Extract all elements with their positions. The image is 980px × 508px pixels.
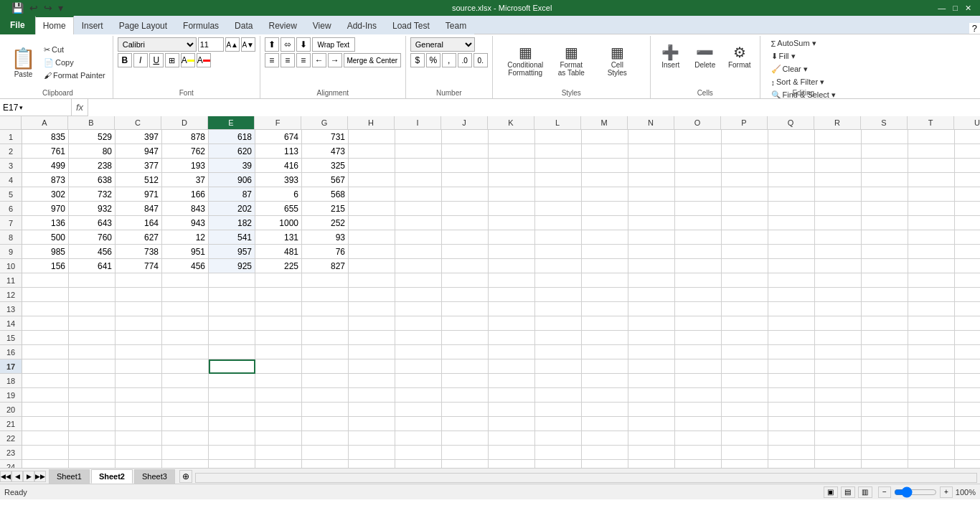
cell-D21[interactable] (162, 417, 209, 431)
cell-R15[interactable] (815, 331, 862, 345)
cell-K11[interactable] (489, 273, 535, 288)
cell-M20[interactable] (582, 403, 628, 417)
row-num-14[interactable]: 14 (0, 316, 22, 331)
tab-addins[interactable]: Add-Ins (339, 16, 385, 34)
cell-F6[interactable]: 655 (255, 202, 302, 216)
cell-L13[interactable] (535, 302, 582, 316)
dec-inc-button[interactable]: .0 (458, 53, 472, 67)
cell-Q4[interactable] (768, 173, 815, 187)
cell-T24[interactable] (908, 460, 955, 468)
format-painter-button[interactable]: 🖌 Format Painter (41, 70, 108, 81)
tab-review[interactable]: Review (260, 16, 304, 34)
cell-U14[interactable] (955, 316, 980, 331)
cell-Q19[interactable] (768, 388, 815, 403)
cell-R24[interactable] (815, 460, 862, 468)
cell-G16[interactable] (302, 345, 349, 359)
cell-H22[interactable] (349, 431, 395, 446)
cell-U8[interactable] (955, 230, 980, 245)
cell-B15[interactable] (69, 331, 116, 345)
cell-M12[interactable] (582, 288, 628, 302)
cell-F4[interactable]: 393 (255, 173, 302, 187)
cell-O7[interactable] (675, 216, 722, 230)
cell-O2[interactable] (675, 144, 722, 159)
cell-C14[interactable] (116, 316, 162, 331)
col-header-h[interactable]: H (348, 116, 395, 129)
cell-S17[interactable] (862, 359, 908, 374)
cell-S3[interactable] (862, 159, 908, 173)
cell-G19[interactable] (302, 388, 349, 403)
cell-E10[interactable]: 925 (209, 259, 255, 273)
cell-R7[interactable] (815, 216, 862, 230)
cell-R9[interactable] (815, 245, 862, 259)
cell-D11[interactable] (162, 273, 209, 288)
cell-O8[interactable] (675, 230, 722, 245)
cell-T6[interactable] (908, 202, 955, 216)
cell-J24[interactable] (442, 460, 489, 468)
cell-D5[interactable]: 166 (162, 187, 209, 202)
cell-P6[interactable] (722, 202, 768, 216)
cell-J22[interactable] (442, 431, 489, 446)
cell-M21[interactable] (582, 417, 628, 431)
cell-I16[interactable] (395, 345, 442, 359)
cell-J8[interactable] (442, 230, 489, 245)
copy-button[interactable]: 📄 Copy (41, 57, 108, 69)
cell-G14[interactable] (302, 316, 349, 331)
cell-H9[interactable] (349, 245, 395, 259)
cell-H21[interactable] (349, 417, 395, 431)
sort-filter-button[interactable]: ↕ Sort & Filter ▾ (768, 76, 828, 88)
cell-N14[interactable] (628, 316, 675, 331)
fill-button[interactable]: ⬇ Fill ▾ (768, 50, 798, 62)
cell-R1[interactable] (815, 130, 862, 144)
cell-Q6[interactable] (768, 202, 815, 216)
cell-O1[interactable] (675, 130, 722, 144)
cell-Q17[interactable] (768, 359, 815, 374)
cell-E5[interactable]: 87 (209, 187, 255, 202)
cell-E8[interactable]: 541 (209, 230, 255, 245)
cell-N24[interactable] (628, 460, 675, 468)
cell-S1[interactable] (862, 130, 908, 144)
cell-D23[interactable] (162, 446, 209, 460)
cell-A11[interactable] (22, 273, 69, 288)
cell-D8[interactable]: 12 (162, 230, 209, 245)
sheet-last-button[interactable]: ▶▶ (34, 471, 46, 482)
cell-O13[interactable] (675, 302, 722, 316)
cell-H4[interactable] (349, 173, 395, 187)
cell-E11[interactable] (209, 273, 255, 288)
cell-B16[interactable] (69, 345, 116, 359)
cell-I22[interactable] (395, 431, 442, 446)
cell-E3[interactable]: 39 (209, 159, 255, 173)
cell-R4[interactable] (815, 173, 862, 187)
cell-D22[interactable] (162, 431, 209, 446)
ribbon-help-button[interactable]: ? (972, 23, 977, 34)
row-num-22[interactable]: 22 (0, 431, 22, 446)
row-num-21[interactable]: 21 (0, 417, 22, 431)
cut-button[interactable]: ✂ Cut (41, 44, 108, 56)
cell-S10[interactable] (862, 259, 908, 273)
cell-U12[interactable] (955, 288, 980, 302)
cell-K13[interactable] (489, 302, 535, 316)
cell-N16[interactable] (628, 345, 675, 359)
cell-S22[interactable] (862, 431, 908, 446)
cell-B3[interactable]: 238 (69, 159, 116, 173)
cell-L15[interactable] (535, 331, 582, 345)
cell-D20[interactable] (162, 403, 209, 417)
cell-Q16[interactable] (768, 345, 815, 359)
bold-button[interactable]: B (118, 53, 132, 67)
row-num-3[interactable]: 3 (0, 159, 22, 173)
cell-G18[interactable] (302, 374, 349, 388)
cell-I12[interactable] (395, 288, 442, 302)
cell-Q18[interactable] (768, 374, 815, 388)
cell-H19[interactable] (349, 388, 395, 403)
cell-A20[interactable] (22, 403, 69, 417)
cell-N12[interactable] (628, 288, 675, 302)
font-color-button[interactable]: A (197, 53, 211, 67)
cell-D10[interactable]: 456 (162, 259, 209, 273)
cell-A10[interactable]: 156 (22, 259, 69, 273)
cell-M13[interactable] (582, 302, 628, 316)
cell-T2[interactable] (908, 144, 955, 159)
cell-R2[interactable] (815, 144, 862, 159)
name-box[interactable]: E17 ▾ (0, 99, 72, 116)
cell-A12[interactable] (22, 288, 69, 302)
cell-D24[interactable] (162, 460, 209, 468)
cell-C21[interactable] (116, 417, 162, 431)
